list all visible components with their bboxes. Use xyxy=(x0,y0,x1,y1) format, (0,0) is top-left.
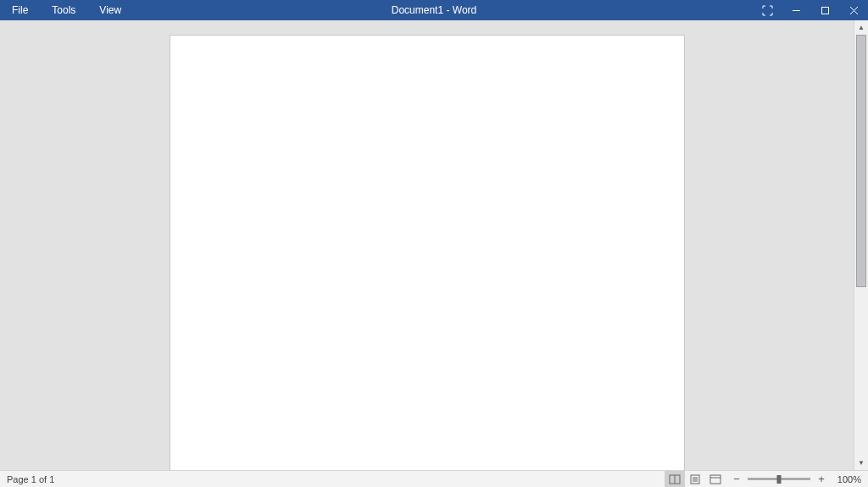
window-title: Document1 - Word xyxy=(392,4,476,16)
workspace: ▲ ▼ xyxy=(0,20,868,470)
minimize-button[interactable] xyxy=(782,0,810,20)
scroll-down-arrow[interactable]: ▼ xyxy=(854,456,868,470)
zoom-level-label[interactable]: 100% xyxy=(832,474,868,484)
tools-menu[interactable]: Tools xyxy=(40,0,87,20)
scroll-track[interactable] xyxy=(854,35,868,456)
document-viewport[interactable] xyxy=(0,20,854,470)
zoom-slider-thumb[interactable] xyxy=(777,475,782,484)
minimize-icon xyxy=(792,6,801,15)
status-right: − + 100% xyxy=(665,471,868,487)
read-mode-icon xyxy=(669,474,681,484)
vertical-scrollbar[interactable]: ▲ ▼ xyxy=(854,20,868,470)
read-mode-button[interactable] xyxy=(665,471,685,487)
maximize-button[interactable] xyxy=(810,0,839,20)
title-bar: File Tools View Document1 - Word xyxy=(0,0,868,20)
close-button[interactable] xyxy=(839,0,868,20)
scroll-thumb[interactable] xyxy=(856,35,866,287)
zoom-out-button[interactable]: − xyxy=(731,473,743,484)
print-layout-icon xyxy=(689,474,701,484)
print-layout-button[interactable] xyxy=(685,471,705,487)
scroll-up-arrow[interactable]: ▲ xyxy=(854,20,868,35)
web-layout-button[interactable] xyxy=(705,471,726,487)
window-controls xyxy=(753,0,868,20)
web-layout-icon xyxy=(709,474,721,484)
close-icon xyxy=(849,6,859,15)
zoom-in-button[interactable]: + xyxy=(815,473,827,484)
view-menu[interactable]: View xyxy=(87,0,133,20)
menu-bar: File Tools View xyxy=(0,0,133,20)
fullscreen-icon xyxy=(762,5,773,16)
file-menu[interactable]: File xyxy=(0,0,40,20)
fullscreen-button[interactable] xyxy=(753,0,782,20)
page-count-label[interactable]: Page 1 of 1 xyxy=(0,474,61,484)
maximize-icon xyxy=(821,6,830,15)
svg-rect-1 xyxy=(821,7,828,14)
svg-rect-10 xyxy=(710,475,721,484)
status-bar: Page 1 of 1 − xyxy=(0,470,868,487)
zoom-controls: − + xyxy=(726,473,832,484)
zoom-slider[interactable] xyxy=(748,478,810,480)
document-page[interactable] xyxy=(170,35,685,470)
